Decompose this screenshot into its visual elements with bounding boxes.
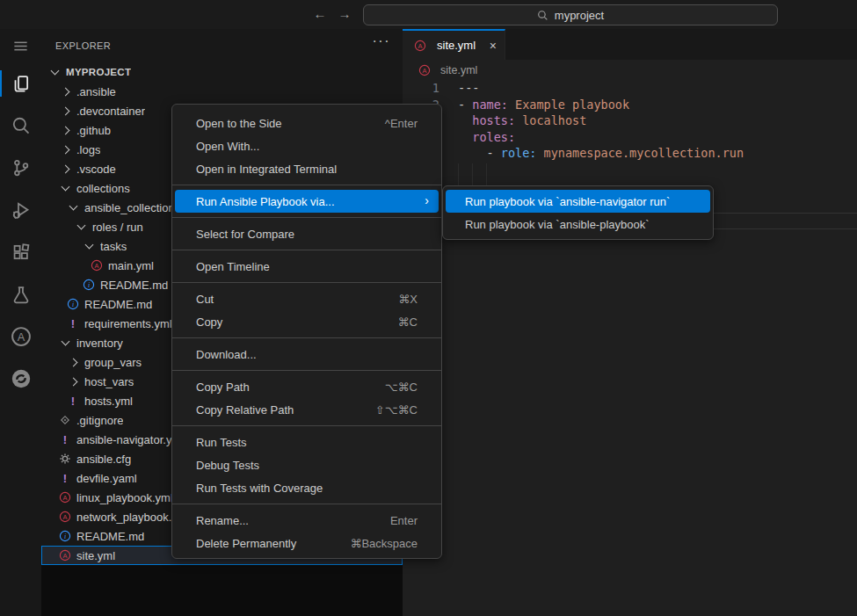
activity-search-icon[interactable] <box>0 105 41 147</box>
menu-item-open-in-integrated-terminal[interactable]: Open in Integrated Terminal <box>175 157 439 180</box>
svg-text:i: i <box>72 301 74 308</box>
activity-extensions-icon[interactable] <box>0 231 41 273</box>
menu-item-select-for-compare[interactable]: Select for Compare <box>175 222 439 245</box>
run-debug-icon <box>11 200 31 220</box>
activity-ansible-icon[interactable]: A <box>0 315 41 358</box>
activity-source-control-icon[interactable] <box>0 147 41 189</box>
menu-item-shortcut: ⇧⌥⌘C <box>360 403 418 417</box>
menu-item-label: Delete Permanently <box>196 537 296 550</box>
menu-item-run-tests-with-coverage[interactable]: Run Tests with Coverage <box>175 476 439 499</box>
menu-separator <box>172 250 441 250</box>
menu-separator <box>172 337 441 338</box>
menu-item-debug-tests[interactable]: Debug Tests <box>175 453 439 476</box>
menu-separator <box>172 185 441 185</box>
menu-item-cut[interactable]: Cut⌘X <box>175 287 439 310</box>
chevron-right-icon <box>69 358 78 366</box>
tree-item-label: group_vars <box>84 356 142 369</box>
token: localhost <box>515 113 586 127</box>
svg-text:A: A <box>95 262 99 270</box>
context-menu: Open to the Side^EnterOpen With...Open i… <box>171 104 442 559</box>
code-editor[interactable]: 1---2- name: Example playbook3 hosts: lo… <box>403 80 857 616</box>
menu-item-copy[interactable]: Copy⌘C <box>175 310 439 333</box>
code-line-4: 4 roles: <box>403 129 857 146</box>
forward-icon[interactable]: → <box>335 6 354 21</box>
warn-file-icon: ! <box>58 432 72 446</box>
menu-item-open-to-the-side[interactable]: Open to the Side^Enter <box>175 112 439 134</box>
warn-file-icon: ! <box>66 394 80 408</box>
menu-item-label: Copy Path <box>196 380 250 394</box>
svg-text:i: i <box>64 533 66 540</box>
testing-icon <box>11 285 31 304</box>
title-bar: ← → myproject <box>0 0 857 29</box>
tree-item-label: .gitignore <box>76 414 123 427</box>
menu-item-label: Debug Tests <box>196 459 259 472</box>
menu-item-label: Select for Compare <box>196 228 294 241</box>
menu-item-open-timeline[interactable]: Open Timeline <box>175 255 439 278</box>
menu-item-label: Run Tests with Coverage <box>196 482 323 495</box>
menu-item-delete-permanently[interactable]: Delete Permanently⌘Backspace <box>175 532 439 554</box>
tab-strip: A site.yml × <box>403 29 857 60</box>
info-file-icon: i <box>66 297 80 311</box>
back-icon[interactable]: ← <box>310 6 330 21</box>
menu-item-run-tests[interactable]: Run Tests <box>175 431 439 453</box>
menu-separator <box>172 504 441 504</box>
menu-item-label: Open With... <box>196 140 259 153</box>
activity-run-debug-icon[interactable] <box>0 189 41 231</box>
tree-item-label: inventory <box>76 337 123 350</box>
menu-item-copy-path[interactable]: Copy Path⌥⌘C <box>175 375 439 398</box>
menu-separator <box>172 370 441 371</box>
code-text: - role: mynamespace.mycollection.run <box>458 145 744 162</box>
command-center-search[interactable]: myproject <box>363 4 778 25</box>
line-number: 1 <box>403 80 439 97</box>
close-icon[interactable]: × <box>490 40 497 52</box>
source-control-icon <box>11 158 31 178</box>
menu-separator <box>172 425 441 426</box>
tree-item-label: .ansible <box>76 85 116 98</box>
activity-menu-icon[interactable] <box>0 29 41 62</box>
tree-item-label: MYPROJECT <box>66 67 131 77</box>
activity-extension-circle-icon[interactable] <box>0 358 41 400</box>
chevron-right-icon <box>62 145 70 154</box>
magnifier-icon <box>537 10 548 21</box>
menu-item-run-ansible-playbook-via[interactable]: Run Ansible Playbook via...› <box>175 190 439 213</box>
code-line-1: 1--- <box>403 80 857 97</box>
context-submenu: Run playbook via `ansible-navigator run`… <box>442 185 714 240</box>
tab-site-yml[interactable]: A site.yml × <box>403 29 505 60</box>
activity-testing-icon[interactable] <box>0 273 41 315</box>
menu-item-copy-relative-path[interactable]: Copy Relative Path⇧⌥⌘C <box>175 398 439 421</box>
menu-item-label: Run Tests <box>196 436 247 449</box>
menu-item-rename[interactable]: Rename...Enter <box>175 509 439 532</box>
tree-item-label: README.md <box>76 530 144 543</box>
info-file-icon: i <box>58 529 72 543</box>
command-center-value: myproject <box>555 9 604 22</box>
explorer-title: EXPLORER <box>55 40 111 51</box>
submenu-item-run-playbook-via-ansible-navigator-run[interactable]: Run playbook via `ansible-navigator run` <box>446 190 710 213</box>
ansible-file-icon: A <box>418 63 432 77</box>
tree-item-label: README.md <box>100 279 168 292</box>
tree-item-ansible[interactable]: .ansible <box>41 82 403 101</box>
svg-text:A: A <box>418 41 423 49</box>
token: Example playbook <box>508 98 629 112</box>
code-text: - name: Example playbook <box>458 97 629 113</box>
chevron-down-icon <box>69 202 78 211</box>
more-actions-icon[interactable]: ··· <box>373 33 390 49</box>
submenu-item-run-playbook-via-ansible-playbook[interactable]: Run playbook via `ansible-playbook` <box>446 213 710 236</box>
token: mynamespace.mycollection.run <box>536 146 744 160</box>
ansible-file-icon: A <box>58 510 72 524</box>
activity-bar: A <box>0 29 41 616</box>
tree-item-label: ansible.cfg <box>76 453 131 466</box>
menu-item-download[interactable]: Download... <box>175 343 439 366</box>
diamond-file-icon <box>58 413 72 427</box>
breadcrumb[interactable]: A site.yml <box>403 60 857 80</box>
tree-item-myproject[interactable]: MYPROJECT <box>41 62 403 82</box>
svg-text:A: A <box>63 552 68 560</box>
menu-item-open-with[interactable]: Open With... <box>175 134 439 157</box>
token: name: <box>472 98 508 112</box>
tree-item-label: host_vars <box>84 375 134 388</box>
token <box>458 130 472 144</box>
gear-file-icon <box>58 452 72 466</box>
token: role: <box>501 146 537 160</box>
activity-explorer-icon[interactable] <box>0 62 41 105</box>
token <box>458 113 472 127</box>
svg-text:A: A <box>63 513 68 521</box>
